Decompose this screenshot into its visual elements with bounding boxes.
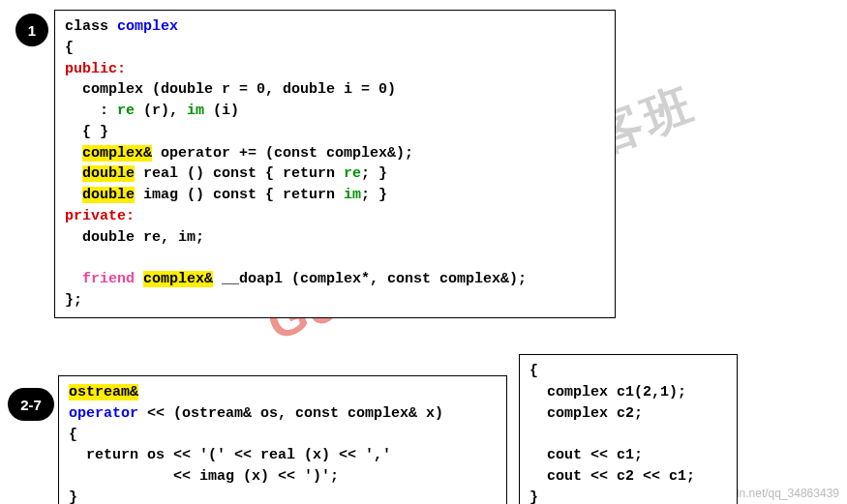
- t: im: [344, 187, 361, 203]
- t: re: [117, 103, 135, 119]
- t: cout << c1;: [529, 447, 643, 463]
- t: private:: [65, 208, 135, 224]
- t: [65, 271, 82, 287]
- t: };: [65, 292, 82, 309]
- t: { }: [65, 124, 108, 140]
- badge-2-7: 2-7: [8, 388, 54, 421]
- t: complex&: [143, 271, 213, 287]
- t: operator += (const complex&);: [152, 145, 413, 162]
- t: {: [65, 40, 74, 56]
- t: << (ostream& os, const complex& x): [138, 405, 443, 422]
- t: }: [529, 489, 538, 505]
- t: << imag (x) << ')';: [69, 468, 339, 485]
- t: re: [344, 165, 361, 182]
- t: ; }: [361, 165, 387, 182]
- t: ; }: [361, 187, 387, 203]
- t: [65, 165, 82, 182]
- t: return os << '(' << real (x) << ',': [69, 447, 391, 463]
- t: complex c2;: [529, 405, 643, 422]
- t: (r),: [135, 103, 187, 119]
- t: {: [529, 363, 538, 379]
- t: class: [65, 18, 108, 35]
- t: im: [187, 103, 204, 119]
- t: public:: [65, 61, 126, 77]
- t: complex (double r = 0, double i = 0): [65, 81, 396, 98]
- t: cout << c2 << c1;: [529, 468, 695, 485]
- t: [65, 145, 82, 162]
- t: complex&: [82, 145, 152, 162]
- code-box-1: class complex { public: complex (double …: [54, 10, 616, 318]
- t: imag () const { return: [135, 187, 344, 203]
- t: [65, 187, 82, 203]
- code-box-3: { complex c1(2,1); complex c2; cout << c…: [519, 354, 738, 504]
- t: operator: [69, 405, 138, 422]
- t: {: [69, 427, 77, 443]
- t: (i): [204, 103, 239, 119]
- code-box-2: ostream& operator << (ostream& os, const…: [58, 375, 507, 504]
- t: double: [82, 165, 135, 182]
- t: ostream&: [69, 384, 138, 400]
- t: :: [65, 103, 117, 119]
- t: double: [82, 187, 135, 203]
- t: __doapl (complex*, const complex&);: [213, 271, 527, 287]
- t: complex: [117, 18, 178, 35]
- t: [135, 271, 143, 287]
- t: friend: [82, 271, 135, 287]
- t: double re, im;: [65, 229, 204, 246]
- t: }: [69, 489, 77, 504]
- t: complex c1(2,1);: [529, 384, 686, 400]
- t: real () const { return: [135, 165, 344, 182]
- badge-1: 1: [15, 14, 48, 46]
